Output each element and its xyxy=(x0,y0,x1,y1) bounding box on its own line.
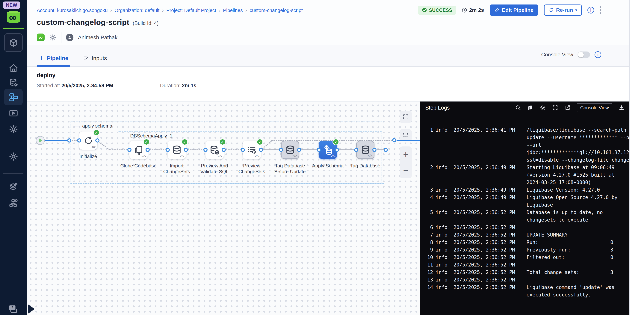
sidebar-item-database-settings[interactable] xyxy=(4,74,23,91)
log-timestamp: 20/5/2025, 2:36:52 PM xyxy=(454,209,526,224)
connector-port[interactable] xyxy=(354,148,358,152)
canvas-fullscreen-button[interactable] xyxy=(400,111,412,123)
log-fullscreen-icon[interactable] xyxy=(552,105,558,111)
connector-port[interactable] xyxy=(222,148,226,152)
connector-port[interactable] xyxy=(317,148,321,152)
success-check-icon: ✓ xyxy=(219,138,226,145)
download-icon[interactable] xyxy=(618,105,624,111)
breadcrumb-link[interactable]: Organization: default xyxy=(114,8,160,13)
log-message-line: Liquibase xyxy=(526,201,630,209)
log-settings-gear-icon[interactable] xyxy=(540,105,546,111)
sidebar-item-layers[interactable] xyxy=(4,178,23,195)
code-icon: </> xyxy=(292,154,297,158)
refresh-icon xyxy=(83,136,94,146)
pipeline-canvas[interactable]: + − —apply schema—DBSchemaApply_1</>✓Ini… xyxy=(27,102,420,315)
connection-line xyxy=(110,150,128,150)
zoom-in-button[interactable]: + xyxy=(403,151,408,158)
sidebar-item-hierarchy[interactable] xyxy=(4,195,23,211)
connector-port[interactable] xyxy=(384,148,388,152)
connector-port[interactable] xyxy=(184,148,188,152)
pipeline-node-preview-and-validate-sql[interactable]: </>✓ xyxy=(206,141,224,159)
zoom-out-button[interactable]: − xyxy=(403,167,408,174)
pipeline-node-clone-codebase[interactable]: </>✓ xyxy=(130,141,148,159)
pipeline-settings-gear-icon[interactable] xyxy=(49,34,56,41)
connector-port[interactable] xyxy=(259,148,263,152)
log-timestamp: 20/5/2025, 2:36:52 PM xyxy=(454,268,526,276)
breadcrumb-link[interactable]: custom-changelog-script xyxy=(250,8,303,13)
log-level: info xyxy=(436,164,454,186)
pipeline-node-preview-changesets[interactable]: </>✓ xyxy=(243,141,261,159)
sidebar-item-settings-b[interactable] xyxy=(4,148,23,165)
connector-port[interactable] xyxy=(241,148,245,152)
console-view-info-icon[interactable]: i xyxy=(594,51,601,58)
sidebar-item-home[interactable] xyxy=(4,60,23,76)
tab-inputs[interactable]: Inputs xyxy=(82,55,109,66)
node-label: Import ChangeSets xyxy=(158,163,195,174)
group-label[interactable]: —DBSchemaApply_1 xyxy=(122,132,172,139)
edit-pipeline-button[interactable]: Edit Pipeline xyxy=(490,4,538,16)
sidebar-item-pipelines[interactable] xyxy=(4,89,23,105)
log-level: info xyxy=(436,261,454,268)
breadcrumb-link[interactable]: Project: Default Project xyxy=(166,8,216,13)
open-in-new-icon[interactable] xyxy=(564,105,570,111)
log-timestamp: 20/5/2025, 2:36:49 PM xyxy=(454,164,526,186)
expand-panel-arrow[interactable] xyxy=(28,304,35,314)
connection-line xyxy=(339,150,355,150)
sidebar-divider xyxy=(3,139,24,139)
rerun-button[interactable]: Re-run ▾ xyxy=(544,4,582,16)
connector-port[interactable] xyxy=(77,138,81,142)
log-message-line: Run:0 xyxy=(526,238,630,246)
connector-port[interactable] xyxy=(166,148,170,152)
pipeline-node-tag-database[interactable]: </> xyxy=(356,141,374,159)
connector-port[interactable] xyxy=(335,148,339,152)
log-message-line: 2024-03-25 17:08+0000) xyxy=(526,179,630,186)
connector-port[interactable] xyxy=(67,138,71,142)
node-label: Initialize xyxy=(70,154,107,159)
connector-port[interactable] xyxy=(297,148,301,152)
log-timestamp: 20/5/2025, 2:36:52 PM xyxy=(454,224,526,231)
pipeline-start-node[interactable] xyxy=(36,136,45,145)
connector-port[interactable] xyxy=(392,138,396,142)
rerun-info-icon[interactable]: i xyxy=(588,7,594,14)
harness-dbops-logo-icon[interactable] xyxy=(5,10,22,24)
connector-port[interactable] xyxy=(279,148,283,152)
search-icon[interactable] xyxy=(515,105,521,111)
node-label: Tag Database xyxy=(346,163,384,169)
breadcrumb-link[interactable]: Pipelines xyxy=(223,8,243,13)
log-line-number: 8 xyxy=(420,238,436,246)
console-view-button[interactable]: Console View xyxy=(577,103,612,112)
sidebar-item-executions[interactable] xyxy=(4,105,23,121)
module-switcher-button[interactable] xyxy=(4,33,23,52)
help-button[interactable]: ? xyxy=(8,304,19,315)
log-message-line: Total change sets:3 xyxy=(526,268,630,276)
collapse-group-icon[interactable]: — xyxy=(74,123,80,129)
breadcrumb-link[interactable]: Account: kurosakiichigo.songoku xyxy=(37,8,108,13)
tab-pipeline[interactable]: Pipeline xyxy=(37,55,70,66)
group-label[interactable]: —apply schema xyxy=(74,123,112,129)
database-up-icon xyxy=(323,145,333,155)
step-logs-body[interactable]: 1info20/5/2025, 2:36:41 PM/liquibase/liq… xyxy=(420,114,630,315)
database-gear-icon xyxy=(8,78,18,88)
connector-port[interactable] xyxy=(146,148,150,152)
log-line-number: 4 xyxy=(420,194,436,209)
copy-icon[interactable] xyxy=(528,105,534,111)
collapse-group-icon[interactable]: — xyxy=(122,132,128,139)
log-line-number: 12 xyxy=(420,268,436,276)
more-options-button[interactable] xyxy=(600,6,601,14)
connector-port[interactable] xyxy=(372,148,376,152)
pipeline-node-import-changesets[interactable]: </>✓ xyxy=(168,141,186,159)
code-icon: </> xyxy=(218,154,222,158)
connector-port[interactable] xyxy=(95,138,100,142)
sidebar-item-settings-a[interactable] xyxy=(4,121,23,138)
connector-port[interactable] xyxy=(204,148,208,152)
new-badge: NEW xyxy=(3,2,20,9)
console-view-toggle[interactable] xyxy=(578,52,590,58)
connector-port[interactable] xyxy=(128,148,132,152)
gear-icon xyxy=(8,152,18,162)
home-icon xyxy=(8,63,18,73)
pipeline-node-initialize[interactable]: </>✓ xyxy=(79,132,98,150)
canvas-select-button[interactable] xyxy=(400,129,412,141)
avatar xyxy=(66,34,74,41)
pipeline-node-tag-database-before-update[interactable]: </> xyxy=(281,141,299,159)
pipeline-node-apply-schema[interactable]: </>✓ xyxy=(319,141,337,159)
